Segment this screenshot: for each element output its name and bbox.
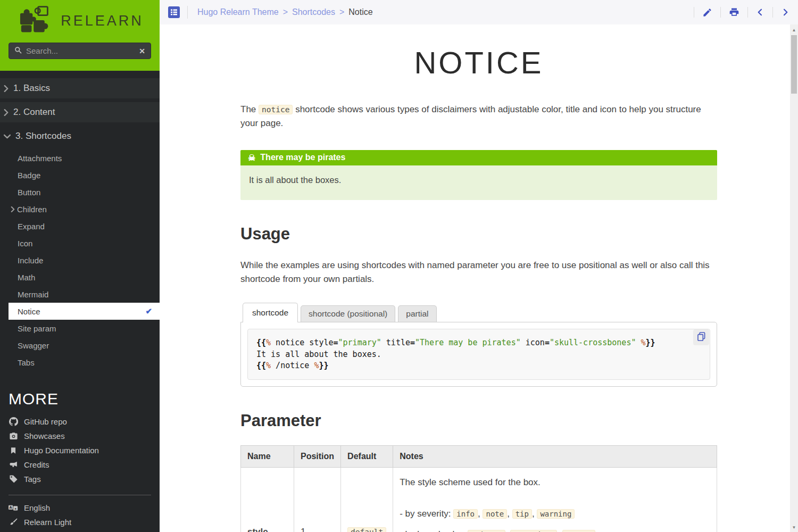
notice-box-body: It is all about the boxes. bbox=[240, 165, 717, 200]
param-name-cell: style bbox=[241, 468, 294, 532]
scrollbar-thumb[interactable] bbox=[791, 35, 797, 94]
sidebar-link-showcases[interactable]: Showcases bbox=[0, 429, 160, 443]
bullhorn-icon bbox=[9, 460, 18, 469]
chevron-right-icon bbox=[11, 206, 15, 212]
param-position-cell: 1 bbox=[294, 468, 341, 532]
app-window: RELEARN ✕ 1. Basics 2. Content 3. Sh bbox=[0, 0, 798, 532]
language-icon: Ax bbox=[9, 504, 18, 512]
notes-intro: The style scheme used for the box. bbox=[400, 477, 710, 488]
check-icon: ✔ bbox=[145, 306, 152, 316]
search-input[interactable] bbox=[26, 46, 135, 55]
next-page-button[interactable] bbox=[781, 7, 789, 17]
sidebar-item-mermaid[interactable]: Mermaid bbox=[0, 286, 160, 303]
scroll-up-arrow[interactable]: ▲ bbox=[790, 28, 798, 32]
sidebar-section-content[interactable]: 2. Content bbox=[0, 102, 160, 122]
sidebar-item-notice[interactable]: Notice ✔ bbox=[9, 303, 160, 320]
topbar-divider bbox=[747, 7, 748, 18]
value-chip: info bbox=[453, 509, 478, 519]
sidebar-link-github-repo[interactable]: GitHub repo bbox=[0, 414, 160, 429]
breadcrumb: Hugo Relearn Theme > Shortcodes > Notice bbox=[197, 7, 373, 17]
topbar-actions bbox=[686, 7, 789, 18]
code-block: {{% notice style="primary" title="There … bbox=[247, 329, 710, 380]
section-label: 1. Basics bbox=[13, 83, 50, 94]
sidebar-item-children[interactable]: Children bbox=[0, 201, 160, 218]
breadcrumb-separator: > bbox=[283, 7, 288, 17]
sidebar-link-hugo-documentation[interactable]: Hugo Documentation bbox=[0, 443, 160, 458]
print-button[interactable] bbox=[729, 7, 739, 18]
tab-shortcode-positional[interactable]: shortcode (positional) bbox=[301, 305, 395, 322]
breadcrumb-link-shortcodes[interactable]: Shortcodes bbox=[292, 7, 335, 17]
topbar-divider bbox=[694, 7, 694, 18]
toc-menu-button[interactable] bbox=[168, 6, 180, 18]
clear-search-icon[interactable]: ✕ bbox=[139, 47, 145, 55]
brand[interactable]: RELEARN bbox=[0, 5, 160, 36]
sidebar-link-label: GitHub repo bbox=[24, 417, 67, 426]
section-label: 3. Shortcodes bbox=[15, 131, 71, 142]
page-title: NOTICE bbox=[240, 45, 717, 80]
notice-box: ☠ There may be pirates It is all about t… bbox=[240, 150, 717, 200]
usage-paragraph: While the examples are using shortcodes … bbox=[240, 259, 717, 287]
skull-crossbones-icon: ☠ bbox=[248, 153, 255, 163]
column-header-name: Name bbox=[241, 446, 294, 468]
sidebar-link-credits[interactable]: Credits bbox=[0, 458, 160, 472]
tab-partial[interactable]: partial bbox=[398, 305, 436, 322]
sidebar-link-label: Hugo Documentation bbox=[24, 446, 99, 455]
sidebar-section-shortcodes[interactable]: 3. Shortcodes bbox=[0, 126, 160, 146]
sidebar-footer-item-partial[interactable] bbox=[0, 529, 160, 532]
code-token bbox=[636, 338, 641, 347]
code-token: icon bbox=[521, 338, 545, 347]
code-token: % bbox=[641, 338, 646, 347]
scroll-down-arrow[interactable]: ▼ bbox=[790, 525, 798, 530]
sidebar-link-label: Showcases bbox=[24, 431, 65, 440]
sidebar-item-swagger[interactable]: Swagger bbox=[0, 337, 160, 354]
sidebar-item-attachments[interactable]: Attachments bbox=[0, 149, 160, 167]
intro-text: The bbox=[240, 104, 259, 114]
sidebar-link-label: Relearn Light bbox=[24, 518, 71, 527]
scrollbar: ▲ ▼ bbox=[790, 24, 798, 532]
sidebar-item-expand[interactable]: Expand bbox=[0, 218, 160, 235]
search-box: ✕ bbox=[9, 43, 151, 59]
sidebar-item-math[interactable]: Math bbox=[0, 269, 160, 286]
sidebar-theme-switch[interactable]: Relearn Light bbox=[0, 515, 160, 529]
value-chip: tip bbox=[512, 509, 532, 519]
svg-text:x: x bbox=[14, 506, 16, 510]
value-chip: primary bbox=[468, 530, 505, 532]
code-token: "There may be pirates" bbox=[415, 338, 521, 347]
code-token: % bbox=[266, 338, 271, 347]
sidebar-item-icon[interactable]: Icon bbox=[0, 235, 160, 252]
code-token: }} bbox=[646, 338, 655, 347]
paintbrush-icon bbox=[9, 518, 18, 527]
notes-line: - by severity: info, note, tip, warning bbox=[400, 507, 710, 521]
puzzle-logo-icon bbox=[16, 4, 54, 37]
sidebar-link-label: Tags bbox=[24, 475, 41, 484]
breadcrumb-link-home[interactable]: Hugo Relearn Theme bbox=[197, 7, 279, 17]
sidebar-item-label: Children bbox=[17, 205, 47, 214]
sidebar-section-basics[interactable]: 1. Basics bbox=[0, 78, 160, 98]
sidebar-divider bbox=[9, 495, 151, 495]
sidebar-item-badge[interactable]: Badge bbox=[0, 167, 160, 184]
param-notes-cell: The style scheme used for the box. - by … bbox=[393, 468, 717, 532]
brand-title: RELEARN bbox=[61, 13, 144, 29]
breadcrumb-separator: > bbox=[339, 7, 344, 17]
sidebar-item-include[interactable]: Include bbox=[0, 252, 160, 269]
code-token: /notice bbox=[271, 361, 314, 370]
sidebar-item-tabs[interactable]: Tabs bbox=[0, 354, 160, 371]
copy-code-button[interactable] bbox=[693, 329, 709, 345]
topbar-divider bbox=[187, 6, 188, 19]
code-token: }} bbox=[319, 361, 328, 370]
column-header-default: Default bbox=[341, 446, 393, 468]
value-chip: default bbox=[347, 527, 386, 532]
prev-page-button[interactable] bbox=[756, 7, 764, 17]
sidebar-item-button[interactable]: Button bbox=[0, 184, 160, 201]
sidebar-language-switch[interactable]: Ax English bbox=[0, 501, 160, 515]
code-token: {{ bbox=[256, 338, 266, 347]
breadcrumb-current: Notice bbox=[348, 7, 372, 17]
sidebar-item-site-param[interactable]: Site param bbox=[0, 320, 160, 337]
code-line: {{% notice style="primary" title="There … bbox=[256, 337, 701, 348]
edit-button[interactable] bbox=[702, 7, 712, 18]
tab-shortcode[interactable]: shortcode bbox=[243, 303, 298, 322]
sidebar-link-tags[interactable]: Tags bbox=[0, 472, 160, 486]
chevron-right-icon bbox=[4, 109, 9, 116]
parameter-heading: Parameter bbox=[240, 411, 717, 430]
table-header-row: Name Position Default Notes bbox=[241, 446, 717, 468]
